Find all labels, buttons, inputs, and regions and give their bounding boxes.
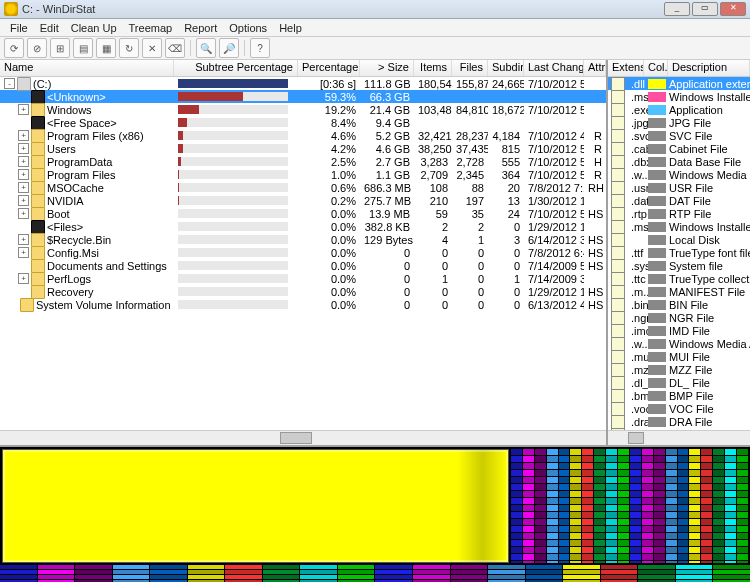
col-size[interactable]: > Size bbox=[360, 60, 414, 76]
tree-row[interactable]: +MSOCache0.6%686.3 MB10888207/8/2012 7:1… bbox=[0, 181, 606, 194]
ext-row[interactable]: .datDAT File bbox=[608, 194, 750, 207]
ext-row[interactable]: .binBIN File bbox=[608, 298, 750, 311]
ext-row[interactable]: .rtpRTP File bbox=[608, 207, 750, 220]
ext-row[interactable]: .draDRA File bbox=[608, 415, 750, 428]
col-items[interactable]: Items bbox=[414, 60, 452, 76]
expander-icon[interactable]: + bbox=[18, 195, 29, 206]
subtree-bar bbox=[174, 79, 298, 88]
tree-row[interactable]: +Program Files1.0%1.1 GB2,7092,3453647/1… bbox=[0, 168, 606, 181]
expander-icon[interactable]: - bbox=[4, 78, 15, 89]
menu-options[interactable]: Options bbox=[223, 22, 273, 34]
expander-icon[interactable]: + bbox=[18, 143, 29, 154]
col-attr[interactable]: Attr bbox=[584, 60, 606, 76]
ext-row[interactable]: .w...Windows Media Library bbox=[608, 168, 750, 181]
menu-file[interactable]: File bbox=[4, 22, 34, 34]
menu-report[interactable]: Report bbox=[178, 22, 223, 34]
row-name: $Recycle.Bin bbox=[47, 234, 111, 246]
toolbar-button[interactable]: ? bbox=[250, 38, 270, 58]
col-subdirs[interactable]: Subdirs bbox=[488, 60, 524, 76]
minimize-button[interactable]: _ bbox=[664, 2, 690, 16]
ext-row[interactable]: Local Disk bbox=[608, 233, 750, 246]
col-files[interactable]: Files bbox=[452, 60, 488, 76]
ext-row[interactable]: .dbxData Base File bbox=[608, 155, 750, 168]
expander-icon[interactable]: + bbox=[18, 247, 29, 258]
tree-row[interactable]: <Files>0.0%382.8 KB2201/29/2012 11:22:1.… bbox=[0, 220, 606, 233]
expander-icon[interactable]: + bbox=[18, 208, 29, 219]
tree-body[interactable]: -(C:)[0:36 s]111.8 GB180,543155,87824,66… bbox=[0, 77, 606, 445]
ext-row[interactable]: .vocVOC File bbox=[608, 402, 750, 415]
treemap-bottom[interactable] bbox=[0, 565, 750, 582]
ext-row[interactable]: .dl_DL_ File bbox=[608, 376, 750, 389]
toolbar-button[interactable]: ▦ bbox=[96, 38, 116, 58]
col-last[interactable]: Last Change bbox=[524, 60, 584, 76]
toolbar-button[interactable]: ✕ bbox=[142, 38, 162, 58]
tree-row[interactable]: +NVIDIA0.2%275.7 MB210197131/30/2012 12:… bbox=[0, 194, 606, 207]
maximize-button[interactable]: ▭ bbox=[692, 2, 718, 16]
tree-row[interactable]: +PerfLogs0.0%01017/14/2009 3:20:08 ... bbox=[0, 272, 606, 285]
toolbar-button[interactable]: ⌫ bbox=[165, 38, 185, 58]
ext-row[interactable]: .sysSystem file bbox=[608, 259, 750, 272]
ext-row[interactable]: .w...Windows Media Audio... bbox=[608, 337, 750, 350]
toolbar-button[interactable]: 🔎 bbox=[219, 38, 239, 58]
tree-row[interactable]: +Program Files (x86)4.6%5.2 GB32,42128,2… bbox=[0, 129, 606, 142]
menu-help[interactable]: Help bbox=[273, 22, 308, 34]
ext-row[interactable]: .dllApplication extension bbox=[608, 77, 750, 90]
tree-hscroll[interactable] bbox=[0, 430, 606, 445]
ext-row[interactable]: .mzzMZZ File bbox=[608, 363, 750, 376]
col-color[interactable]: Col... bbox=[644, 60, 668, 76]
toolbar-button[interactable]: ⊘ bbox=[27, 38, 47, 58]
expander-icon[interactable]: + bbox=[18, 234, 29, 245]
ext-row[interactable]: .cabCabinet File bbox=[608, 142, 750, 155]
expander-icon[interactable]: + bbox=[18, 104, 29, 115]
ext-row[interactable]: .muiMUI File bbox=[608, 350, 750, 363]
tree-row[interactable]: +Boot0.0%13.9 MB5935247/10/2012 5:39:01 … bbox=[0, 207, 606, 220]
toolbar-button[interactable]: ▤ bbox=[73, 38, 93, 58]
expander-icon[interactable]: + bbox=[18, 156, 29, 167]
col-ext[interactable]: Extensi... bbox=[608, 60, 644, 76]
ext-row[interactable]: .msiWindows Installer Pack bbox=[608, 220, 750, 233]
treemap-rest[interactable] bbox=[511, 449, 748, 563]
ext-body[interactable]: .dllApplication extension.mspWindows Ins… bbox=[608, 77, 750, 445]
tree-row[interactable]: +Config.Msi0.0%00007/8/2012 6:47:33 P...… bbox=[0, 246, 606, 259]
toolbar-button[interactable]: 🔍 bbox=[196, 38, 216, 58]
treemap-selected[interactable] bbox=[2, 449, 509, 563]
col-desc[interactable]: Description bbox=[668, 60, 750, 76]
menu-edit[interactable]: Edit bbox=[34, 22, 65, 34]
expander-icon[interactable]: + bbox=[18, 169, 29, 180]
close-button[interactable]: ✕ bbox=[720, 2, 746, 16]
ext-row[interactable]: .ttcTrueType collection fo bbox=[608, 272, 750, 285]
expander-icon[interactable]: + bbox=[18, 273, 29, 284]
ext-row[interactable]: .exeApplication bbox=[608, 103, 750, 116]
ext-row[interactable]: .m...MANIFEST File bbox=[608, 285, 750, 298]
toolbar-button[interactable]: ⟳ bbox=[4, 38, 24, 58]
ext-row[interactable]: .svcSVC File bbox=[608, 129, 750, 142]
tree-row[interactable]: Recovery0.0%00001/29/2012 11:28:3...HS bbox=[0, 285, 606, 298]
tree-row[interactable]: <Free Space>8.4%9.4 GB bbox=[0, 116, 606, 129]
tree-row[interactable]: Documents and Settings0.0%00007/14/2009 … bbox=[0, 259, 606, 272]
tree-row[interactable]: +Users4.2%4.6 GB38,25037,4358157/10/2012… bbox=[0, 142, 606, 155]
ext-row[interactable]: .ngrNGR File bbox=[608, 311, 750, 324]
tree-row[interactable]: +$Recycle.Bin0.0%129 Bytes4136/14/2012 3… bbox=[0, 233, 606, 246]
ext-row[interactable]: .mspWindows Installer Patch bbox=[608, 90, 750, 103]
ext-row[interactable]: .ttfTrueType font file bbox=[608, 246, 750, 259]
toolbar-button[interactable]: ↻ bbox=[119, 38, 139, 58]
tree-row[interactable]: System Volume Information0.0%00006/13/20… bbox=[0, 298, 606, 311]
ext-row[interactable]: .bmpBMP File bbox=[608, 389, 750, 402]
tree-row[interactable]: +Windows19.2%21.4 GB103,48284,81018,6727… bbox=[0, 103, 606, 116]
ext-row[interactable]: .usrUSR File bbox=[608, 181, 750, 194]
expander-icon[interactable]: + bbox=[18, 130, 29, 141]
ext-row[interactable]: .imdIMD File bbox=[608, 324, 750, 337]
expander-icon[interactable]: + bbox=[18, 182, 29, 193]
tree-row[interactable]: +ProgramData2.5%2.7 GB3,2832,7285557/10/… bbox=[0, 155, 606, 168]
ext-row[interactable]: .jpgJPG File bbox=[608, 116, 750, 129]
toolbar-button[interactable]: ⊞ bbox=[50, 38, 70, 58]
tree-row[interactable]: <Unknown>59.3%66.3 GB bbox=[0, 90, 606, 103]
col-name[interactable]: Name bbox=[0, 60, 174, 76]
ext-hscroll[interactable] bbox=[608, 430, 750, 445]
menu-treemap[interactable]: Treemap bbox=[123, 22, 179, 34]
col-pct[interactable]: Percentage bbox=[298, 60, 360, 76]
col-subtree[interactable]: Subtree Percentage bbox=[174, 60, 298, 76]
menu-cleanup[interactable]: Clean Up bbox=[65, 22, 123, 34]
tree-row[interactable]: -(C:)[0:36 s]111.8 GB180,543155,87824,66… bbox=[0, 77, 606, 90]
treemap-pane[interactable] bbox=[0, 447, 750, 565]
